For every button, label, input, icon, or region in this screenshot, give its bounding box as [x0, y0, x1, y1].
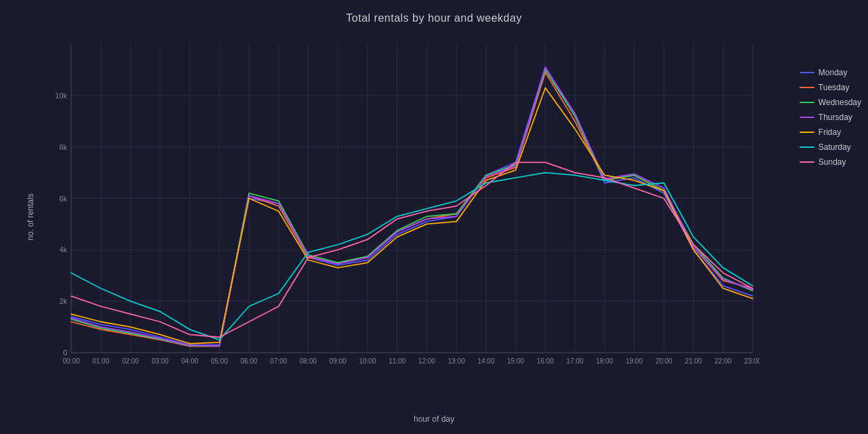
- svg-text:8k: 8k: [59, 143, 67, 151]
- legend-label: Saturday: [818, 142, 851, 152]
- legend-color: [800, 72, 814, 73]
- svg-text:4k: 4k: [59, 245, 67, 254]
- svg-text:14:00: 14:00: [477, 357, 494, 365]
- svg-text:13:00: 13:00: [448, 357, 465, 365]
- svg-text:12:00: 12:00: [418, 357, 435, 365]
- svg-text:05:00: 05:00: [211, 357, 228, 365]
- svg-text:10k: 10k: [55, 92, 67, 100]
- svg-text:22:00: 22:00: [715, 357, 732, 365]
- svg-text:00:00: 00:00: [62, 357, 79, 365]
- legend-color: [800, 146, 814, 148]
- legend-item: Sunday: [800, 157, 861, 167]
- legend-color: [800, 132, 814, 133]
- svg-text:11:00: 11:00: [389, 357, 406, 365]
- svg-text:02:00: 02:00: [122, 357, 139, 365]
- legend-item: Thursday: [800, 113, 861, 122]
- legend-color: [800, 102, 814, 103]
- legend-item: Monday: [800, 68, 861, 77]
- legend-label: Wednesday: [818, 98, 861, 107]
- legend-color: [800, 87, 814, 88]
- svg-text:0: 0: [63, 349, 67, 357]
- svg-text:01:00: 01:00: [92, 357, 109, 365]
- svg-text:19:00: 19:00: [626, 357, 643, 365]
- y-axis-label: no. of rentals: [26, 193, 35, 240]
- legend-item: Friday: [800, 127, 861, 137]
- legend-label: Thursday: [818, 113, 852, 122]
- svg-text:20:00: 20:00: [655, 357, 672, 365]
- svg-text:04:00: 04:00: [181, 357, 198, 365]
- chart-container: Total rentals by hour and weekday no. of…: [0, 0, 868, 434]
- chart-title: Total rentals by hour and weekday: [0, 0, 868, 24]
- svg-text:10:00: 10:00: [359, 357, 376, 365]
- svg-text:2k: 2k: [59, 297, 67, 305]
- svg-text:6k: 6k: [59, 195, 67, 203]
- legend-item: Wednesday: [800, 98, 861, 107]
- svg-text:21:00: 21:00: [685, 357, 702, 365]
- legend-color: [800, 161, 814, 163]
- legend-item: Tuesday: [800, 83, 861, 92]
- svg-text:03:00: 03:00: [152, 357, 169, 365]
- svg-text:16:00: 16:00: [537, 357, 554, 365]
- svg-text:07:00: 07:00: [270, 357, 287, 365]
- legend-color: [800, 117, 814, 118]
- chart-svg: 02k4k6k8k10k00:0001:0002:0003:0004:0005:…: [41, 37, 760, 380]
- legend: MondayTuesdayWednesdayThursdayFridaySatu…: [800, 68, 861, 167]
- legend-item: Saturday: [800, 142, 861, 152]
- x-axis-label: hour of day: [414, 414, 454, 424]
- svg-text:08:00: 08:00: [300, 357, 317, 365]
- chart-area: 02k4k6k8k10k00:0001:0002:0003:0004:0005:…: [41, 37, 760, 380]
- svg-text:17:00: 17:00: [566, 357, 583, 365]
- svg-text:06:00: 06:00: [241, 357, 258, 365]
- svg-text:15:00: 15:00: [507, 357, 524, 365]
- legend-label: Friday: [818, 127, 841, 137]
- legend-label: Sunday: [818, 157, 846, 167]
- svg-text:09:00: 09:00: [330, 357, 347, 365]
- legend-label: Monday: [818, 68, 848, 77]
- svg-text:18:00: 18:00: [596, 357, 613, 365]
- legend-label: Tuesday: [818, 83, 850, 92]
- svg-text:23:00: 23:00: [744, 357, 760, 365]
